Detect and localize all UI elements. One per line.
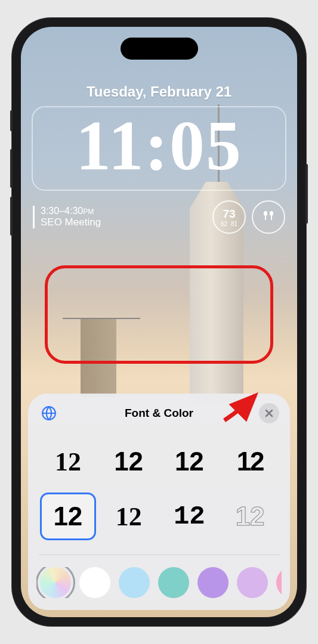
meeting-ampm: PM xyxy=(83,208,94,216)
widgets-row[interactable]: 3:30–4:30PM SEO Meeting 73 62 81 xyxy=(33,200,285,234)
color-row xyxy=(36,567,282,598)
side-button xyxy=(305,164,308,224)
meeting-title: SEO Meeting xyxy=(41,216,101,228)
panel-title: Font & Color xyxy=(125,407,193,420)
globe-icon[interactable] xyxy=(39,403,59,423)
lockscreen-date[interactable]: Tuesday, February 21 xyxy=(21,83,297,100)
font-option-1[interactable]: 12 xyxy=(101,438,157,485)
calendar-widget[interactable]: 3:30–4:30PM SEO Meeting xyxy=(33,206,101,228)
font-option-4[interactable]: 12 xyxy=(40,493,96,540)
font-color-panel: Font & Color 12 12 12 12 12 12 12 12 xyxy=(28,394,290,610)
close-button[interactable] xyxy=(259,403,279,423)
close-icon xyxy=(265,409,273,417)
font-option-2[interactable]: 12 xyxy=(162,438,218,485)
airpods-battery-widget[interactable] xyxy=(252,200,285,234)
color-swatch-teal[interactable] xyxy=(158,567,189,598)
silent-switch xyxy=(10,110,13,131)
color-swatch-lavender[interactable] xyxy=(237,567,268,598)
weather-high: 81 xyxy=(231,221,237,227)
font-grid: 12 12 12 12 12 12 12 12 xyxy=(36,438,282,540)
annotation-highlight-box xyxy=(45,265,273,364)
phone-screen: Tuesday, February 21 11:05 3:30–4:30PM S… xyxy=(21,27,297,617)
font-option-7[interactable]: 12 xyxy=(222,493,278,540)
weather-low: 62 xyxy=(221,221,227,227)
airpods-icon xyxy=(261,209,276,226)
volume-down-button xyxy=(10,197,13,236)
divider xyxy=(39,555,279,555)
color-swatch-pink[interactable] xyxy=(276,567,282,598)
font-option-3[interactable]: 12 xyxy=(222,438,278,485)
font-option-0[interactable]: 12 xyxy=(40,438,96,485)
lockscreen-time: 11:05 xyxy=(39,111,279,181)
weather-temp: 73 xyxy=(223,208,235,221)
color-swatch-gradient[interactable] xyxy=(40,567,71,598)
color-swatch-white[interactable] xyxy=(79,567,110,598)
font-option-5[interactable]: 12 xyxy=(101,493,157,540)
lockscreen-time-container[interactable]: 11:05 xyxy=(32,106,286,191)
meeting-time: 3:30–4:30 xyxy=(41,206,83,216)
color-swatch-purple[interactable] xyxy=(197,567,229,598)
color-swatch-lightblue[interactable] xyxy=(119,567,150,598)
volume-up-button xyxy=(10,149,13,188)
font-option-6[interactable]: 12 xyxy=(162,493,218,540)
dynamic-island xyxy=(121,38,198,60)
weather-widget[interactable]: 73 62 81 xyxy=(212,200,246,234)
phone-frame: Tuesday, February 21 11:05 3:30–4:30PM S… xyxy=(12,18,306,626)
